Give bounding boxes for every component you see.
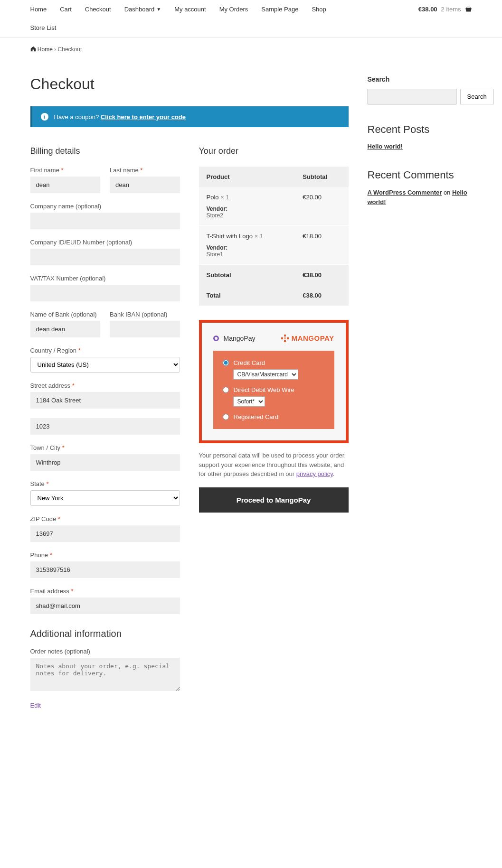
street2-input[interactable]: [30, 418, 180, 435]
edit-link[interactable]: Edit: [30, 702, 41, 709]
cart-summary[interactable]: €38.00 2 items: [418, 6, 472, 13]
street-input[interactable]: [30, 392, 180, 409]
state-label: State *: [30, 480, 180, 487]
city-label: Town / City *: [30, 444, 180, 451]
radio-credit-card[interactable]: [223, 360, 229, 366]
phone-label: Phone *: [30, 551, 180, 559]
company-input[interactable]: [30, 213, 180, 229]
svg-rect-1: [281, 337, 283, 339]
last-name-label: Last name *: [110, 167, 180, 174]
radio-icon: [213, 336, 219, 341]
breadcrumb-current: Checkout: [58, 46, 82, 53]
vendor-label: Vendor:: [207, 244, 288, 251]
mangopay-logo: MANGOPAY: [281, 334, 334, 342]
pay-registered-card[interactable]: Registered Card: [223, 413, 325, 420]
product-name: Polo: [207, 194, 219, 201]
zip-label: ZIP Code *: [30, 515, 180, 523]
info-icon: i: [41, 113, 48, 121]
first-name-label: First name *: [30, 167, 101, 174]
search-button[interactable]: Search: [460, 89, 494, 104]
billing-column: Billing details First name * Last name *…: [30, 146, 180, 709]
payment-box: MangoPay MANGOPAY Credit Card: [199, 320, 349, 443]
subtotal-value: €38.00: [295, 265, 348, 286]
bank-iban-input[interactable]: [110, 321, 180, 337]
svg-rect-0: [284, 335, 286, 336]
direct-debit-select[interactable]: Sofort*: [233, 396, 265, 407]
comment-author-link[interactable]: A WordPress Commenter: [368, 189, 442, 196]
vat-label: VAT/TAX Number (optional): [30, 275, 180, 282]
radio-registered-card[interactable]: [223, 414, 229, 420]
recent-comment: A WordPress Commenter on Hello world!: [368, 188, 472, 206]
nav-my-orders[interactable]: My Orders: [219, 6, 248, 13]
radio-direct-debit[interactable]: [223, 387, 229, 393]
product-price: €18.00: [295, 226, 348, 265]
nav-shop[interactable]: Shop: [312, 6, 326, 13]
breadcrumb: Home › Checkout: [30, 37, 472, 61]
order-table: Product Subtotal Polo × 1 Vendor: Store2: [199, 167, 349, 306]
state-select[interactable]: New York: [30, 490, 180, 506]
coupon-text: Have a coupon?: [54, 113, 99, 121]
nav-home[interactable]: Home: [30, 6, 47, 13]
gateway-mangopay[interactable]: MangoPay: [213, 335, 256, 342]
bank-name-input[interactable]: [30, 321, 101, 337]
pay-credit-card[interactable]: Credit Card: [223, 359, 325, 366]
nav-sample-page[interactable]: Sample Page: [261, 6, 298, 13]
coupon-notice: i Have a coupon? Click here to enter you…: [30, 106, 349, 127]
email-label: Email address *: [30, 588, 180, 595]
last-name-input[interactable]: [110, 177, 180, 193]
nav-my-account[interactable]: My account: [174, 6, 206, 13]
nav-cart[interactable]: Cart: [60, 6, 72, 13]
home-icon: [30, 46, 36, 52]
privacy-policy-link[interactable]: privacy policy: [296, 470, 333, 477]
subtotal-label: Subtotal: [199, 265, 295, 286]
order-notes-label: Order notes (optional): [30, 648, 180, 655]
vat-input[interactable]: [30, 285, 180, 301]
billing-heading: Billing details: [30, 146, 180, 156]
svg-rect-3: [284, 340, 286, 342]
vendor-name: Store2: [207, 212, 288, 219]
street-label: Street address *: [30, 382, 180, 389]
order-row: T-Shirt with Logo × 1 Vendor: Store1 €18…: [199, 226, 349, 265]
order-notes-input[interactable]: [30, 658, 180, 691]
main-content: Checkout i Have a coupon? Click here to …: [30, 75, 349, 709]
credit-card-type-select[interactable]: CB/Visa/Mastercard: [233, 369, 298, 380]
zip-input[interactable]: [30, 525, 180, 542]
breadcrumb-sep: ›: [54, 46, 56, 53]
privacy-text: Your personal data will be used to proce…: [199, 443, 349, 487]
nav-dashboard[interactable]: Dashboard ▼: [124, 6, 161, 13]
nav-store-list[interactable]: Store List: [30, 24, 472, 31]
order-col-subtotal: Subtotal: [295, 167, 348, 187]
product-name: T-Shirt with Logo: [207, 233, 253, 240]
phone-input[interactable]: [30, 561, 180, 578]
sidebar: Search Search Recent Posts Hello world! …: [368, 75, 472, 709]
primary-nav: Home Cart Checkout Dashboard ▼ My accoun…: [30, 0, 472, 19]
breadcrumb-home[interactable]: Home: [38, 46, 53, 53]
product-qty: × 1: [255, 233, 263, 240]
gateway-label: MangoPay: [224, 335, 256, 342]
city-input[interactable]: [30, 454, 180, 471]
chevron-down-icon: ▼: [156, 7, 161, 12]
company-id-label: Company ID/EUID Number (optional): [30, 239, 180, 246]
coupon-link[interactable]: Click here to enter your code: [101, 113, 186, 121]
first-name-input[interactable]: [30, 177, 101, 193]
company-label: Company name (optional): [30, 203, 180, 210]
basket-icon: [465, 6, 472, 12]
country-select[interactable]: United States (US): [30, 357, 180, 373]
country-label: Country / Region *: [30, 347, 180, 354]
proceed-button[interactable]: Proceed to MangoPay: [199, 487, 349, 513]
cart-items-count: 2 items: [441, 6, 461, 13]
vendor-name: Store1: [207, 251, 288, 258]
pay-direct-debit[interactable]: Direct Debit Web Wire: [223, 386, 325, 393]
search-input[interactable]: [368, 89, 456, 104]
nav-checkout[interactable]: Checkout: [85, 6, 111, 13]
page-title: Checkout: [30, 75, 349, 93]
company-id-input[interactable]: [30, 249, 180, 265]
recent-comments-heading: Recent Comments: [368, 169, 472, 181]
svg-rect-4: [284, 337, 286, 339]
recent-posts-heading: Recent Posts: [368, 123, 472, 136]
email-input[interactable]: [30, 597, 180, 614]
recent-post-link[interactable]: Hello world!: [368, 143, 403, 150]
additional-heading: Additional information: [30, 628, 180, 639]
search-heading: Search: [368, 75, 472, 83]
total-label: Total: [199, 285, 295, 306]
